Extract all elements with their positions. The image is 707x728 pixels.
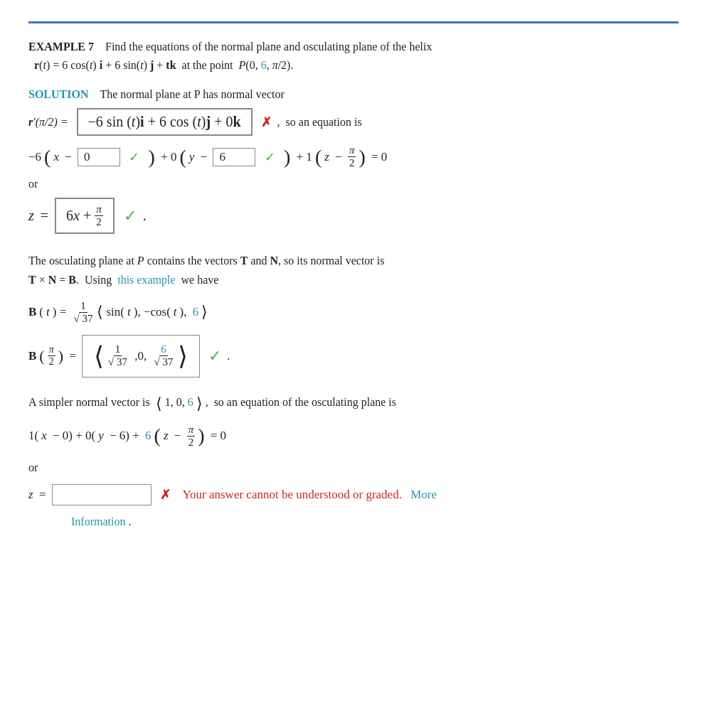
simpler-text: A simpler normal vector is ⟨ 1, 0, 6 ⟩ ,…: [28, 390, 679, 417]
rprime-line: r'(π/2) = −6 sin (t)i + 6 cos (t)j + 0k …: [28, 108, 679, 136]
this-example-link[interactable]: this example: [117, 274, 175, 286]
example-label: EXAMPLE 7: [28, 41, 94, 53]
info-period: .: [128, 515, 131, 528]
frac-den-2: 2: [348, 157, 356, 169]
osc-frac-num: π: [187, 424, 196, 437]
solution-section: SOLUTION The normal plane at P has norma…: [28, 88, 679, 234]
B-label: B: [28, 305, 36, 319]
osc-text1: The osculating plane at P contains the v…: [28, 255, 384, 267]
information-line: Information .: [71, 515, 679, 528]
pi2-frac-den: 2: [48, 356, 55, 368]
or-1: or: [28, 178, 679, 191]
we-have-text: we have: [179, 274, 219, 286]
red-x-2: ✗: [160, 487, 171, 503]
normal-plane-equation: −6 ( x − 0 ✓ ) + 0 ( y − 6 ✓ ) + 1 ( z −…: [28, 144, 679, 169]
frac-num-1: 1: [79, 300, 87, 313]
rprime-box: −6 sin (t)i + 6 cos (t)j + 0k: [77, 108, 253, 136]
left-paren-pi2: (: [39, 347, 44, 365]
example-description: Find the equations of the normal plane a…: [105, 41, 432, 53]
left-angle-2: ⟨: [156, 395, 162, 412]
left-floor: ⟨: [94, 341, 104, 371]
check-1: ✓: [129, 149, 139, 165]
right-angle-1: ⟩: [201, 303, 208, 321]
left-angle-1: ⟨: [97, 303, 103, 321]
pi2-frac: π 2: [48, 344, 55, 368]
final-answer-line: z = ✗ Your answer cannot be understood o…: [28, 484, 679, 505]
z-frac-num: π: [95, 203, 103, 216]
pi-over-2-inline: π 2: [348, 144, 356, 169]
check-4: ✓: [208, 347, 221, 365]
check-2: ✓: [265, 149, 275, 165]
solution-label: SOLUTION: [28, 88, 88, 101]
right-angle-2: ⟩: [196, 395, 203, 412]
check-3: ✓: [124, 207, 137, 225]
z-box-line: z = 6x + π 2 ✓ .: [28, 198, 679, 234]
frac-1-sqrt37: 1 √ 37: [73, 300, 95, 325]
osc-plane-equation: 1(x − 0) + 0(y − 6) + 6 ( z − π 2 ) = 0: [28, 424, 679, 449]
final-answer-box[interactable]: [52, 484, 152, 505]
top-border: [28, 21, 679, 23]
var-y: y: [189, 150, 195, 164]
right-paren-osc: ): [198, 424, 204, 447]
right-paren-2: ): [284, 146, 290, 168]
TxN-text: T × N = B. Using: [28, 274, 115, 286]
bvec-frac-num: 1: [114, 343, 122, 356]
z-label-2: z: [28, 488, 33, 502]
simpler-comma: , so an equation of the osculating plane…: [206, 396, 396, 408]
cyan-6-2: 6: [145, 429, 152, 443]
left-paren-1: (: [44, 146, 51, 168]
simpler-vec: 1, 0, 6: [165, 396, 193, 408]
bvec-box: ⟨ 1 √ 37 ,0, 6 √ 37 ⟩: [82, 335, 199, 378]
right-paren-1: ): [149, 146, 155, 168]
osc-frac-den: 2: [187, 437, 196, 449]
bpi2-equation: B ( π 2 ) = ⟨ 1 √ 37 ,0, 6 √ 37 ⟩ ✓ .: [28, 335, 679, 378]
osculating-text-line: The osculating plane at P contains the v…: [28, 251, 679, 289]
simpler-label: A simpler normal vector is: [28, 396, 153, 408]
error-text: Your answer cannot be understood or grad…: [182, 488, 401, 502]
or-2: or: [28, 461, 679, 474]
frac-den-sqrt37: √ 37: [73, 313, 95, 325]
left-paren-2: (: [179, 146, 186, 168]
var-z: z: [324, 150, 329, 164]
bt-equation: B(t) = 1 √ 37 ⟨ sin(t), −cos(t), 6 ⟩: [28, 300, 679, 325]
z-frac-den: 2: [95, 216, 103, 228]
osculating-section: The osculating plane at P contains the v…: [28, 251, 679, 528]
bvec-frac-den-37: √ 37: [153, 356, 175, 368]
cyan-6-1: 6: [193, 305, 199, 319]
solution-text: The normal plane at P has normal vector: [100, 88, 284, 101]
z-answer-box-1: 6x + π 2: [55, 198, 115, 234]
bvec-frac-num-6: 6: [159, 343, 168, 356]
solution-header: SOLUTION The normal plane at P has norma…: [28, 88, 679, 101]
right-paren-pi2: ): [58, 347, 63, 365]
x-input-box[interactable]: 0: [78, 148, 120, 166]
example-header: EXAMPLE 7 Find the equations of the norm…: [28, 38, 679, 74]
rprime-label: r'(π/2) =: [28, 116, 68, 129]
z-label-1: z: [28, 208, 34, 224]
bvec-comma1: ,0,: [132, 349, 150, 363]
y-input-box[interactable]: 6: [213, 148, 255, 166]
more-link[interactable]: More: [410, 488, 437, 502]
helix-equation: r(t) = 6 cos(t) i + 6 sin(t) j + tk at t…: [28, 59, 293, 71]
left-paren-3: (: [315, 146, 321, 168]
frac-num-pi: π: [348, 144, 356, 157]
left-paren-osc: (: [154, 424, 161, 447]
right-paren-3: ): [358, 146, 365, 168]
B-pi2-label: B: [28, 349, 36, 363]
pi2-frac-num: π: [48, 344, 55, 356]
coeff-neg6: −6: [28, 150, 41, 164]
bvec-frac-den: √ 37: [107, 356, 129, 368]
red-x-1: ✗: [261, 114, 272, 130]
information-link[interactable]: Information: [71, 515, 125, 528]
right-floor: ⟩: [178, 341, 188, 371]
var-x: x: [53, 150, 59, 164]
